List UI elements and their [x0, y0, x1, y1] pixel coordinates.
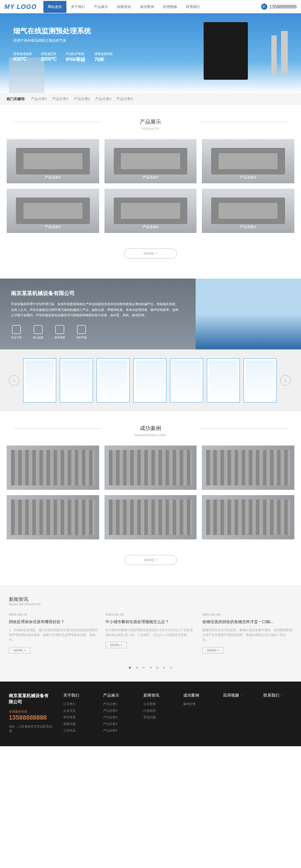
nav-products[interactable]: 产品展示	[89, 1, 112, 13]
product-card[interactable]: 产品名称8	[7, 139, 99, 183]
spec-value: IP66等级	[66, 56, 85, 63]
hot-keyword[interactable]: 产品分类1	[31, 97, 47, 101]
nav-video[interactable]: 应用视频	[158, 1, 181, 13]
case-card[interactable]	[104, 446, 197, 490]
footer-link[interactable]: 企业文化	[63, 709, 92, 713]
hot-keyword[interactable]: 产品分类4	[95, 97, 111, 101]
product-card[interactable]: 产品名称7	[104, 139, 197, 183]
footer-link[interactable]: 产品分类5	[103, 728, 132, 733]
certificate-item[interactable]	[170, 358, 203, 403]
footer-hotline-label: 全国服务热线	[9, 709, 52, 714]
products-more-button[interactable]: MORE +	[124, 248, 177, 259]
news-header-sub: NEWS INFORMATION	[9, 603, 292, 606]
footer-link[interactable]: 公司新闻	[143, 702, 172, 706]
news-header: 新闻资讯	[9, 596, 292, 603]
footer-link[interactable]: 荣誉资质	[63, 715, 92, 720]
hero-banner: 烟气在线监测预处理系统 适用于各种温湿或粉尘场合的气体 报警通信温度830℃ 报…	[0, 13, 301, 93]
certificate-item[interactable]	[60, 358, 93, 403]
cases-more-button[interactable]: MORE +	[124, 555, 177, 565]
footer-address: 地址：江苏省南京市玄武区玄武湖	[9, 725, 52, 733]
footer-link[interactable]: 公司简介	[63, 702, 92, 706]
header-phone: 13588888888	[270, 4, 297, 9]
dot[interactable]	[136, 666, 138, 669]
case-card[interactable]	[7, 446, 99, 490]
reliable-icon	[12, 325, 21, 334]
footer-link[interactable]: 公司风采	[63, 728, 92, 733]
certificate-item[interactable]	[96, 358, 130, 403]
footer-link[interactable]: 常见问题	[143, 715, 172, 720]
nav-about[interactable]: 关于我们	[66, 1, 89, 13]
news-title: 食物垃圾的回收的食物怎样才是一口锅...	[202, 619, 292, 625]
nav-news[interactable]: 新闻资讯	[112, 1, 135, 13]
news-desc: 中小城市对餐厨垃圾处理需求愈加迫切 本文不针对北上广深及发达的省会城市,其一线、…	[105, 628, 195, 637]
nav-contact[interactable]: 联系我们	[181, 1, 205, 13]
footer-link[interactable]: 产品分类3	[103, 715, 132, 720]
footer-link[interactable]: 行业动态	[143, 709, 172, 713]
logo[interactable]: MY LOGO	[4, 3, 37, 10]
main-nav: 网站首页 关于我们 产品展示 新闻资讯 成功案例 应用视频 联系我们	[43, 1, 205, 13]
hot-keyword[interactable]: 产品分类5	[116, 97, 132, 101]
hot-keywords-bar: 热门关键词: 产品分类1 产品分类2 产品分类3 产品分类4 产品分类5	[0, 93, 301, 105]
products-subtitle: PRODUCTS	[0, 127, 301, 130]
news-item[interactable]: 2021-02-19 中小城市餐厨垃圾处理规模怎么定？ 中小城市对餐厨垃圾处理需…	[105, 612, 195, 654]
footer-hotline: 13588888888	[9, 714, 52, 721]
case-card[interactable]	[202, 446, 294, 490]
about-icon-label: 放心品质	[33, 336, 43, 340]
case-card[interactable]	[104, 495, 197, 539]
cert-next-button[interactable]: ›	[280, 375, 291, 386]
about-icon-label: 安全可靠	[11, 336, 22, 340]
dot[interactable]	[143, 666, 145, 669]
hot-keyword[interactable]: 产品分类3	[74, 97, 90, 101]
footer-link[interactable]: 案例分类	[183, 702, 212, 706]
hot-keyword[interactable]: 产品分类2	[52, 97, 68, 101]
case-card[interactable]	[202, 495, 294, 539]
efficient-icon	[77, 325, 86, 334]
banner-title: 烟气在线监测预处理系统	[13, 27, 113, 36]
certificate-item[interactable]	[243, 358, 277, 403]
footer-col-title: 成功案例	[183, 693, 212, 698]
certificate-item[interactable]	[23, 358, 56, 403]
news-pagination-dots	[9, 663, 292, 670]
about-section: 南京某某机械设备有限公司 环保设施意即用于控制环境污染、改善环境质量而由生产单位…	[0, 279, 301, 349]
case-card[interactable]	[7, 495, 99, 539]
news-more-button[interactable]: MORE +	[9, 647, 31, 654]
about-icon-label: 操作简单	[54, 336, 65, 340]
news-item[interactable]: 2021-02-19 食物垃圾的回收的食物怎样才是一口锅... 随着居民生活水平…	[202, 612, 292, 654]
news-more-button[interactable]: MORE +	[105, 642, 127, 648]
product-card[interactable]: 产品名称4	[104, 189, 197, 233]
product-card[interactable]: 产品名称6	[202, 139, 294, 183]
products-title: 产品展示	[0, 118, 301, 126]
footer-link[interactable]: 发展历程	[63, 722, 92, 726]
product-name: 产品名称7	[104, 175, 197, 180]
footer-col-title: 关于我们	[63, 693, 92, 698]
cases-title: 成功案例	[0, 425, 301, 432]
nav-cases[interactable]: 成功案例	[135, 1, 158, 13]
dot[interactable]	[170, 666, 172, 669]
easy-icon	[55, 325, 64, 334]
dot[interactable]	[163, 666, 165, 669]
spec-label: 报警通信温度	[13, 52, 32, 56]
product-name: 产品名称8	[7, 175, 99, 180]
news-more-button[interactable]: MORE +	[202, 647, 224, 654]
footer-link[interactable]: 产品分类4	[103, 722, 132, 726]
news-date: 2021-02-19	[202, 612, 292, 616]
dot[interactable]	[156, 666, 158, 669]
spec-label: 报警温区高	[41, 52, 57, 56]
certificate-item[interactable]	[207, 358, 240, 403]
product-card[interactable]: 产品名称5	[7, 189, 99, 233]
news-desc: 1、对绿色农业有益：通过分类处理厨余垃圾可以创造很好的肥料,制作有机肥的成本很低…	[9, 628, 99, 643]
footer-link[interactable]: 产品分类1	[103, 702, 132, 706]
footer-link[interactable]: 产品分类2	[103, 709, 132, 713]
dot[interactable]	[129, 666, 131, 669]
spec-value: 2000℃	[41, 56, 57, 62]
product-name: 产品名称5	[7, 225, 99, 229]
dot[interactable]	[150, 666, 152, 669]
certificates-carousel: ‹ ›	[0, 349, 301, 411]
certificate-item[interactable]	[133, 358, 166, 403]
nav-home[interactable]: 网站首页	[43, 1, 66, 13]
footer-col-title: 联系我们›	[263, 693, 292, 698]
spec-label: 报警温度测量	[94, 52, 113, 56]
product-card[interactable]: 产品名称3	[202, 189, 294, 233]
cert-prev-button[interactable]: ‹	[9, 375, 19, 386]
news-item[interactable]: 2021-02-19 回收处理厨余垃圾有哪些好处？ 1、对绿色农业有益：通过分类…	[9, 612, 99, 654]
